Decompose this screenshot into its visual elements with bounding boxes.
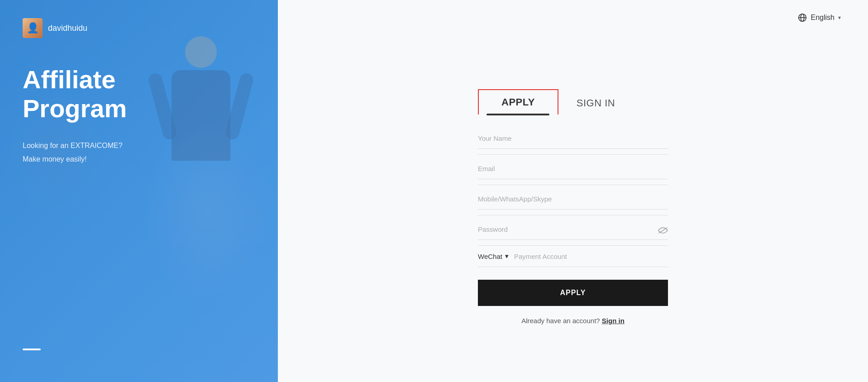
apply-button[interactable]: APPLY [478,280,668,306]
mobile-divider [478,215,668,215]
form-wrapper: APPLY SIGN IN [478,89,668,325]
payment-account-input[interactable] [514,253,668,260]
sign-in-link[interactable]: Sign in [602,317,625,325]
form-container: APPLY SIGN IN [278,32,868,382]
tab-signin[interactable]: SIGN IN [577,97,615,115]
top-bar: English ▾ [278,0,868,32]
payment-row: WeChat ▾ [478,249,668,267]
email-field-wrapper [478,158,668,183]
mobile-input[interactable] [478,189,668,210]
password-toggle-icon[interactable] [658,227,668,236]
left-panel: davidhuidu Affiliate Program Looking for… [0,0,278,382]
mobile-field-wrapper [478,189,668,213]
subtitle-2: Make money easily! [23,155,255,163]
main-title: Affiliate Program [23,65,255,124]
email-divider [478,185,668,185]
tabs: APPLY SIGN IN [478,89,668,115]
password-divider [478,245,668,246]
tab-apply[interactable]: APPLY [478,89,558,115]
user-info: davidhuidu [23,18,255,38]
name-divider [478,154,668,155]
chevron-down-icon: ▾ [838,14,841,21]
language-selector[interactable]: English ▾ [797,13,841,23]
avatar [23,18,43,38]
payment-type-select[interactable]: WeChat ▾ [478,249,509,263]
bottom-decoration [23,349,41,350]
subtitle-1: Looking for an EXTRAICOME? [23,142,255,150]
name-field-wrapper [478,128,668,153]
payment-type-chevron-icon: ▾ [505,252,509,260]
language-label: English [811,14,835,22]
left-content: davidhuidu Affiliate Program Looking for… [23,18,255,364]
globe-icon [797,13,807,23]
already-account-text: Already have an account? Sign in [478,317,668,325]
email-input[interactable] [478,158,668,179]
password-field-wrapper [478,219,668,244]
payment-type-label: WeChat [478,253,502,260]
username: davidhuidu [48,24,87,33]
password-input[interactable] [478,219,668,240]
right-panel: English ▾ APPLY SIGN IN [278,0,868,382]
name-input[interactable] [478,128,668,149]
